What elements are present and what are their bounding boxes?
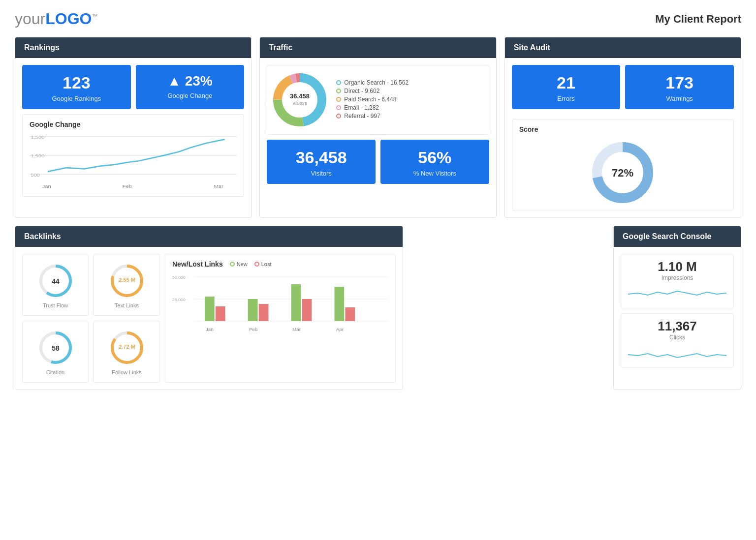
backlinks-body: 44 Trust Flow 2.55 M Text Links xyxy=(15,247,403,390)
rankings-stat-row: 123 Google Rankings ▲ 23% Google Change xyxy=(22,65,244,109)
google-change-value: ▲ 23% xyxy=(143,74,238,89)
top-grid: Rankings 123 Google Rankings ▲ 23% Googl… xyxy=(15,37,741,218)
google-change-chart-box: Google Change 1,500 1,500 500 Jan Feb Ma… xyxy=(22,114,244,197)
email-label: Email - 1,282 xyxy=(344,104,379,111)
google-rankings-tile: 123 Google Rankings xyxy=(22,65,131,109)
svg-text:Mar: Mar xyxy=(292,327,301,332)
svg-text:Mar: Mar xyxy=(214,183,224,189)
legend-new: New xyxy=(230,261,248,267)
backlinks-section: Backlinks 44 Trust Flow xyxy=(15,226,403,390)
text-links-tile: 2.55 M Text Links xyxy=(94,254,160,316)
citation-tile: 58 Citation xyxy=(22,321,89,383)
referral-dot xyxy=(336,114,341,119)
clicks-label: Clicks xyxy=(628,334,726,341)
new-lost-links-chart: New/Lost Links New Lost xyxy=(165,254,396,383)
traffic-stat-row: 36,458 Visitors 56% % New Visitors xyxy=(267,140,489,184)
errors-label: Errors xyxy=(519,95,614,102)
trust-flow-tile: 44 Trust Flow xyxy=(22,254,89,316)
score-title: Score xyxy=(519,125,726,133)
bar-legend: New Lost xyxy=(230,261,272,267)
logo-text-bold: LOGO xyxy=(45,10,92,28)
bar-mar-lost xyxy=(302,299,312,321)
bar-mar-new xyxy=(291,284,301,321)
chart-title: Google Change xyxy=(30,120,237,128)
svg-text:58: 58 xyxy=(52,344,60,352)
direct-dot xyxy=(336,89,341,93)
bar-chart-title: New/Lost Links xyxy=(172,260,223,268)
paid-dot xyxy=(336,97,341,102)
traffic-body: 36,458 Visitors Organic Search - 16,562 … xyxy=(260,58,496,191)
visitors-value: 36,458 xyxy=(274,149,369,167)
audit-stat-row: 21 Errors 173 Warnings xyxy=(512,65,734,109)
lost-dot xyxy=(254,262,259,267)
warnings-label: Warnings xyxy=(632,95,727,102)
svg-text:2.55 M: 2.55 M xyxy=(119,277,135,283)
visitors-label: Visitors xyxy=(274,170,369,177)
svg-text:50,000: 50,000 xyxy=(172,275,186,280)
score-donut-center: 72% xyxy=(519,137,726,206)
trust-flow-label: Trust Flow xyxy=(43,302,68,308)
logo-text-your: your xyxy=(15,10,45,28)
backlinks-ring-grid: 44 Trust Flow 2.55 M Text Links xyxy=(22,254,160,383)
bar-chart-svg: 50,000 25,000 xyxy=(172,272,388,336)
site-audit-body: 21 Errors 173 Warnings Score xyxy=(505,58,741,217)
clicks-stat: 11,367 Clicks xyxy=(621,313,734,368)
direct-label: Direct - 9,602 xyxy=(344,88,379,94)
follow-links-label: Follow Links xyxy=(112,369,142,375)
svg-text:Visitors: Visitors xyxy=(293,101,308,106)
legend-lost: Lost xyxy=(254,261,272,267)
google-change-label: Google Change xyxy=(143,92,238,99)
svg-text:500: 500 xyxy=(31,172,40,178)
new-visitors-tile: 56% % New Visitors xyxy=(380,140,489,184)
svg-text:36,458: 36,458 xyxy=(290,92,310,100)
email-dot xyxy=(336,105,341,110)
site-audit-section: Site Audit 21 Errors 173 Warnings Score xyxy=(504,37,741,218)
citation-svg: 58 xyxy=(36,328,75,367)
logo: yourLOGO™ xyxy=(15,10,97,28)
new-visitors-label: % New Visitors xyxy=(387,170,482,177)
svg-text:Jan: Jan xyxy=(42,183,51,189)
clicks-sparkline xyxy=(628,344,726,361)
referral-label: Referral - 997 xyxy=(344,113,380,120)
organic-label: Organic Search - 16,562 xyxy=(344,79,409,86)
impressions-label: Impressions xyxy=(628,274,726,281)
rankings-section: Rankings 123 Google Rankings ▲ 23% Googl… xyxy=(15,37,252,218)
report-title: My Client Report xyxy=(655,13,741,26)
score-box: Score 72% xyxy=(512,119,734,210)
bar-jan-lost xyxy=(216,306,225,321)
organic-dot xyxy=(336,80,341,85)
visitors-tile: 36,458 Visitors xyxy=(267,140,376,184)
impressions-value: 1.10 M xyxy=(628,259,726,274)
warnings-tile: 173 Warnings xyxy=(625,65,734,109)
traffic-legend: Organic Search - 16,562 Direct - 9,602 P… xyxy=(336,79,485,121)
follow-links-svg: 2.72 M xyxy=(107,328,147,367)
legend-item-referral: Referral - 997 xyxy=(336,113,485,120)
traffic-section: Traffic xyxy=(259,37,496,218)
lost-label: Lost xyxy=(261,261,272,267)
logo-tm: ™ xyxy=(92,13,97,20)
text-links-svg: 2.55 M xyxy=(107,261,147,300)
svg-text:2.72 M: 2.72 M xyxy=(119,344,135,350)
new-dot xyxy=(230,262,235,267)
citation-label: Citation xyxy=(46,369,64,375)
text-links-label: Text Links xyxy=(115,302,139,308)
svg-text:72%: 72% xyxy=(612,167,633,179)
bar-jan-new xyxy=(205,297,215,321)
trust-flow-svg: 44 xyxy=(36,261,75,300)
traffic-donut-row: 36,458 Visitors Organic Search - 16,562 … xyxy=(267,65,489,135)
google-rankings-label: Google Rankings xyxy=(29,95,124,102)
impressions-sparkline xyxy=(628,284,726,302)
errors-tile: 21 Errors xyxy=(512,65,621,109)
warnings-value: 173 xyxy=(632,74,727,92)
bar-feb-new xyxy=(248,299,258,321)
paid-label: Paid Search - 6,448 xyxy=(344,96,396,103)
svg-text:Jan: Jan xyxy=(206,327,214,332)
rankings-header: Rankings xyxy=(15,37,251,58)
legend-item-organic: Organic Search - 16,562 xyxy=(336,79,485,86)
backlinks-inner: 44 Trust Flow 2.55 M Text Links xyxy=(22,254,396,383)
bar-apr-new xyxy=(334,287,344,321)
errors-value: 21 xyxy=(519,74,614,92)
gsc-section: Google Search Console 1.10 M Impressions… xyxy=(613,226,741,390)
google-rankings-value: 123 xyxy=(29,74,124,92)
svg-text:1,500: 1,500 xyxy=(31,153,44,159)
